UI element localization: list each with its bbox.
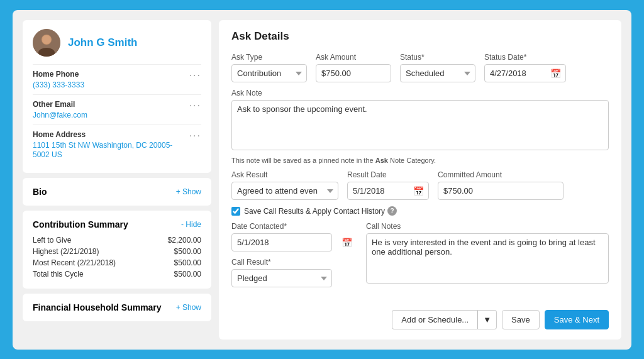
cs-label-0: Left to Give <box>33 236 71 245</box>
ask-details-title: Ask Details <box>231 30 609 43</box>
other-email-value: John@fake.com <box>33 111 87 119</box>
cs-label-2: Most Recent (2/21/2018) <box>33 258 116 267</box>
ask-note-textarea[interactable]: Ask to sponsor the upcoming event. <box>231 100 609 150</box>
committed-amount-label: Committed Amount <box>438 170 564 179</box>
save-next-button[interactable]: Save & Next <box>545 310 609 329</box>
save-call-checkbox[interactable] <box>231 207 240 216</box>
ask-note-label: Ask Note <box>231 89 609 97</box>
date-contacted-calendar-icon[interactable]: 📅 <box>341 238 352 248</box>
call-notes-textarea[interactable]: He is very interested in the event and i… <box>366 233 609 284</box>
status-date-label: Status Date* <box>484 53 566 62</box>
result-date-group: Result Date 📅 <box>347 170 429 200</box>
ask-type-label: Ask Type <box>231 53 307 62</box>
ask-amount-input[interactable] <box>316 64 391 82</box>
note-hint: This note will be saved as a pinned note… <box>231 157 609 164</box>
ask-note-group: Ask Note Ask to sponsor the upcoming eve… <box>231 89 609 150</box>
bottom-buttons: Add or Schedule... ▼ Save Save & Next <box>231 307 609 329</box>
svg-point-3 <box>42 35 51 44</box>
date-contacted-label: Date Contacted* <box>231 222 357 231</box>
cs-toggle[interactable]: - Hide <box>181 220 201 229</box>
other-email-menu[interactable]: ··· <box>189 100 201 111</box>
home-phone-value: (333) 333-3333 <box>33 80 84 89</box>
cs-label-3: Total this Cycle <box>33 270 84 279</box>
status-select[interactable]: Scheduled <box>400 64 475 82</box>
home-address-item: Home Address 1101 15th St NW Washington,… <box>33 124 201 164</box>
home-address-value: 1101 15th St NW Washington, DC 20005-500… <box>33 141 172 159</box>
financial-title: Financial Household Summary <box>33 302 162 312</box>
cs-row-3: Total this Cycle $500.00 <box>33 268 201 280</box>
date-call-row: Date Contacted* 📅 Call Result* Pledged C… <box>231 222 609 287</box>
result-date-wrapper: 📅 <box>347 182 429 200</box>
cs-value-2: $500.00 <box>174 258 201 267</box>
contribution-summary-card: Contribution Summary - Hide Left to Give… <box>23 211 211 289</box>
status-date-input[interactable] <box>484 64 566 82</box>
bio-title: Bio <box>33 187 47 197</box>
financial-summary-card: Financial Household Summary + Show <box>23 294 211 321</box>
ask-amount-group: Ask Amount <box>316 53 391 82</box>
result-date-label: Result Date <box>347 170 429 179</box>
right-panel: Ask Details Ask Type Contribution Ask Am… <box>219 20 621 340</box>
save-call-row: Save Call Results & Apply Contact Histor… <box>231 206 609 216</box>
save-call-label: Save Call Results & Apply Contact Histor… <box>244 206 397 216</box>
home-phone-info: Home Phone (333) 333-3333 <box>33 70 84 89</box>
other-email-info: Other Email John@fake.com <box>33 100 87 119</box>
avatar <box>33 29 60 57</box>
date-call-left: Date Contacted* 📅 Call Result* Pledged <box>231 222 357 287</box>
add-or-schedule-button[interactable]: Add or Schedule... <box>392 310 477 329</box>
home-address-menu[interactable]: ··· <box>189 130 201 141</box>
committed-amount-input[interactable] <box>438 182 564 200</box>
call-result-select[interactable]: Pledged <box>231 269 332 287</box>
ask-row-2: Ask Result Agreed to attend even Result … <box>231 170 609 200</box>
status-date-wrapper: 📅 <box>484 64 566 82</box>
call-notes-group: Call Notes He is very interested in the … <box>366 222 609 284</box>
ask-row-1: Ask Type Contribution Ask Amount Status*… <box>231 53 609 82</box>
cs-label-1: Highest (2/21/2018) <box>33 247 99 256</box>
call-result-label: Call Result* <box>231 258 357 267</box>
ask-type-group: Ask Type Contribution <box>231 53 307 82</box>
other-email-label: Other Email <box>33 100 87 109</box>
cs-row-0: Left to Give $2,200.00 <box>33 235 201 246</box>
cs-value-1: $500.00 <box>174 247 201 256</box>
date-contacted-input[interactable] <box>231 233 332 251</box>
profile-card: John G Smith Home Phone (333) 333-3333 ·… <box>23 20 211 173</box>
ask-result-label: Ask Result <box>231 170 338 179</box>
left-panel: John G Smith Home Phone (333) 333-3333 ·… <box>23 20 211 340</box>
cs-title: Contribution Summary <box>33 219 128 229</box>
add-or-schedule-dropdown: Add or Schedule... ▼ <box>392 310 497 329</box>
profile-name: John G Smith <box>68 36 138 49</box>
date-call-right: Call Notes He is very interested in the … <box>366 222 609 287</box>
bio-toggle[interactable]: + Show <box>176 187 201 196</box>
cs-row-1: Highest (2/21/2018) $500.00 <box>33 246 201 257</box>
ask-amount-label: Ask Amount <box>316 53 391 62</box>
status-group: Status* Scheduled <box>400 53 475 82</box>
main-container: John G Smith Home Phone (333) 333-3333 ·… <box>13 10 631 350</box>
home-phone-item: Home Phone (333) 333-3333 ··· <box>33 64 201 94</box>
status-label: Status* <box>400 53 475 62</box>
save-button[interactable]: Save <box>502 310 540 329</box>
home-address-info: Home Address 1101 15th St NW Washington,… <box>33 130 189 159</box>
profile-section: John G Smith <box>33 29 201 64</box>
other-email-item: Other Email John@fake.com ··· <box>33 94 201 124</box>
date-contacted-group: Date Contacted* 📅 <box>231 222 357 251</box>
cs-header: Contribution Summary - Hide <box>33 219 201 229</box>
help-icon[interactable]: ? <box>387 206 397 216</box>
ask-type-select[interactable]: Contribution <box>231 64 307 82</box>
status-date-group: Status Date* 📅 <box>484 53 566 82</box>
bio-card: Bio + Show <box>23 178 211 206</box>
call-notes-label: Call Notes <box>366 222 609 231</box>
cs-value-3: $500.00 <box>174 270 201 279</box>
add-or-schedule-arrow[interactable]: ▼ <box>477 310 497 329</box>
committed-amount-group: Committed Amount <box>438 170 564 200</box>
ask-result-group: Ask Result Agreed to attend even <box>231 170 338 200</box>
ask-result-select[interactable]: Agreed to attend even <box>231 182 338 200</box>
call-result-group: Call Result* Pledged <box>231 258 357 287</box>
home-phone-label: Home Phone <box>33 70 84 79</box>
home-phone-menu[interactable]: ··· <box>189 70 201 81</box>
financial-toggle[interactable]: + Show <box>176 303 201 312</box>
date-contacted-wrapper: 📅 <box>231 233 357 251</box>
cs-value-0: $2,200.00 <box>168 236 201 245</box>
result-date-input[interactable] <box>347 182 429 200</box>
home-address-label: Home Address <box>33 130 189 139</box>
cs-row-2: Most Recent (2/21/2018) $500.00 <box>33 257 201 268</box>
